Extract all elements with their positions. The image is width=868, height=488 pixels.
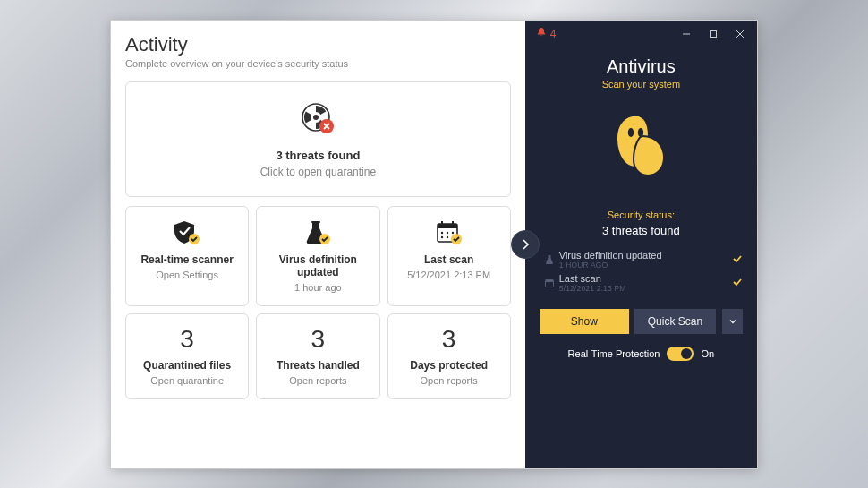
svg-rect-18 [711,30,717,37]
check-icon [732,253,743,266]
hero-sub: Click to open quarantine [126,166,510,178]
virus-definition-card[interactable]: Virus definition updated 1 hour ago [256,206,379,306]
svg-point-16 [446,235,447,237]
card-title: Quarantined files [132,359,243,372]
scan-dropdown-button[interactable] [721,309,743,334]
svg-point-14 [451,231,453,233]
expand-arrow-button[interactable] [511,230,540,259]
svg-point-21 [628,128,634,137]
threats-handled-card[interactable]: 3 Threats handled Open reports [256,313,379,399]
status-row-sub: 5/12/2021 2:13 PM [559,284,732,293]
activity-panel: Activity Complete overview on your devic… [111,21,525,468]
days-protected-card[interactable]: 3 Days protected Open reports [387,313,511,399]
card-title: Days protected [394,359,505,372]
card-title: Real-time scanner [132,253,243,266]
app-window: Activity Complete overview on your devic… [110,20,758,469]
card-sub: Open reports [262,375,373,386]
rtp-state: On [701,348,714,359]
page-subtitle: Complete overview on your device's secur… [125,58,511,69]
status-row-sub: 1 HOUR AGO [559,261,732,270]
flask-icon [540,254,559,265]
minimize-button[interactable] [673,21,700,47]
status-row-lastscan: Last scan 5/12/2021 2:13 PM [540,271,743,295]
realtime-scanner-card[interactable]: Real-time scanner Open Settings [125,206,249,306]
antivirus-title: Antivirus [540,56,743,77]
notifications-indicator[interactable]: 4 [529,27,557,40]
antivirus-panel: 4 Antivirus Scan your system [525,21,757,468]
antivirus-sub: Scan your system [540,79,743,90]
svg-point-12 [440,231,442,233]
card-title: Threats handled [262,359,373,372]
svg-rect-11 [452,221,454,226]
svg-point-13 [446,231,447,233]
cards-grid: Real-time scanner Open Settings Virus de… [125,206,511,399]
card-sub: 1 hour ago [262,282,373,293]
threats-handled-count: 3 [262,327,373,352]
card-title: Last scan [394,253,505,266]
calendar-icon [540,278,559,288]
quarantined-files-card[interactable]: 3 Quarantined files Open quarantine [125,313,249,399]
quarantined-count: 3 [132,327,243,352]
notifications-count: 4 [550,28,557,40]
svg-point-15 [440,235,442,237]
status-row-title: Virus definition updated [559,250,732,261]
card-sub: 5/12/2021 2:13 PM [394,270,505,280]
threats-hero-card[interactable]: 3 threats found Click to open quarantine [125,81,511,197]
chevron-down-icon [728,317,737,326]
shield-check-icon [132,219,243,246]
show-button[interactable]: Show [540,309,629,334]
svg-rect-9 [438,224,457,228]
svg-rect-10 [441,221,443,226]
realtime-protection-row: Real-Time Protection On [540,347,743,361]
last-scan-card[interactable]: Last scan 5/12/2021 2:13 PM [387,206,511,306]
quick-scan-button[interactable]: Quick Scan [634,309,716,334]
ghost-logo-icon [605,109,677,184]
security-status-label: Security status: [540,210,743,220]
card-sub: Open Settings [132,270,243,280]
check-icon [732,277,743,289]
svg-rect-24 [545,279,553,282]
rtp-label: Real-Time Protection [568,348,660,359]
hero-title: 3 threats found [126,149,510,162]
days-protected-count: 3 [394,327,505,352]
svg-rect-6 [311,221,320,223]
radioactive-alert-icon [301,102,335,140]
svg-point-3 [313,115,319,120]
maximize-button[interactable] [700,21,727,47]
page-title: Activity [125,33,511,56]
card-sub: Open quarantine [132,375,243,386]
status-row-title: Last scan [559,273,732,284]
security-status-value: 3 threats found [540,224,743,237]
calendar-check-icon [394,219,505,246]
card-title: Virus definition updated [262,253,373,278]
bell-icon [536,27,547,40]
flask-check-icon [262,219,373,246]
titlebar: 4 [525,21,757,47]
rtp-toggle[interactable] [667,347,694,361]
card-sub: Open reports [394,375,505,386]
right-panel-body: Antivirus Scan your system Security stat… [525,47,757,468]
close-button[interactable] [727,21,753,47]
action-buttons: Show Quick Scan [540,309,743,334]
status-row-definitions: Virus definition updated 1 HOUR AGO [540,248,743,271]
